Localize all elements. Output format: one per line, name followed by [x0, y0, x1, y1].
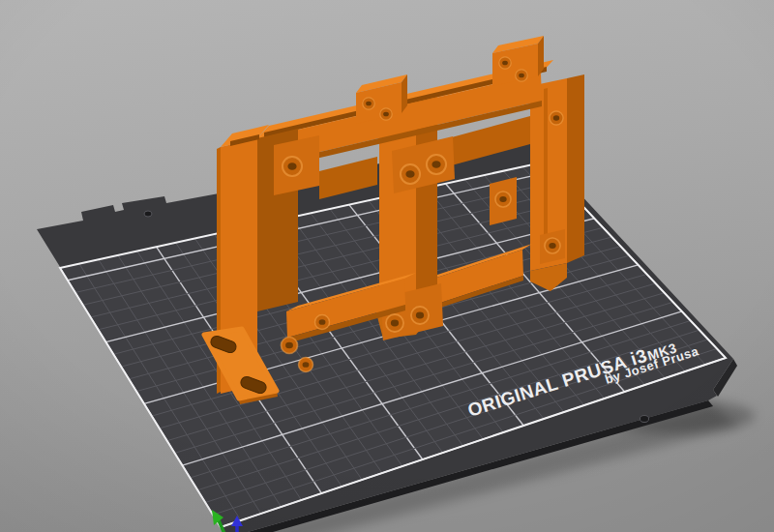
bed-screw-hole — [144, 211, 152, 217]
slicer-3d-viewport[interactable]: ORIGINAL PRUSA i3 MK3 by Josef Prusa — [0, 0, 774, 532]
bed-screw-hole — [640, 416, 649, 423]
